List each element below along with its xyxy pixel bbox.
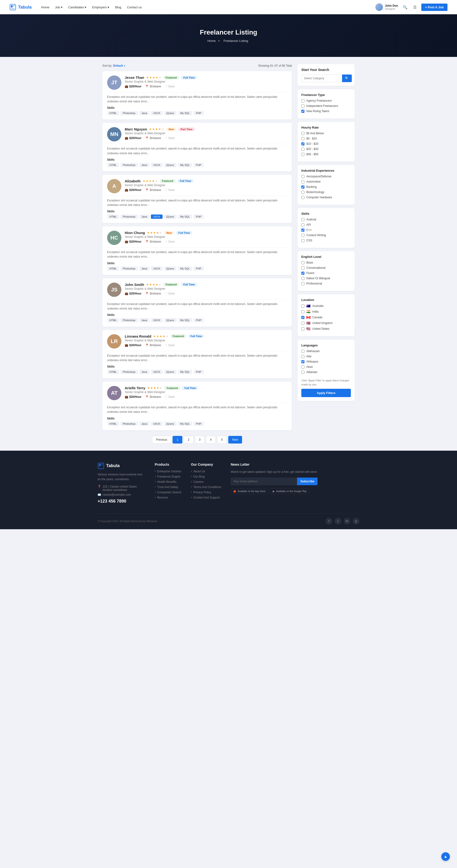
skill-tag: HTML xyxy=(107,111,119,115)
next-button[interactable]: Next xyxy=(228,436,242,443)
search-icon-btn[interactable]: 🔍 xyxy=(402,4,409,10)
exp-biotech-checkbox[interactable] xyxy=(301,191,304,194)
lang-akan-checkbox[interactable] xyxy=(301,366,304,369)
product-resume: Resume xyxy=(155,496,182,499)
nav-blog[interactable]: Blog xyxy=(115,5,121,9)
english-conv-checkbox[interactable] xyxy=(301,267,304,270)
location-icon: 📍 xyxy=(145,188,149,192)
lang-afar-checkbox[interactable] xyxy=(301,355,304,358)
nav-candidates[interactable]: Candidates xyxy=(68,5,84,9)
play-store-badge[interactable]: ▶ Available on the Google Play xyxy=(270,489,309,494)
search-input[interactable] xyxy=(301,74,342,82)
save-button[interactable]: ♡ Save xyxy=(165,188,175,192)
skill-css-checkbox[interactable] xyxy=(301,239,304,242)
rate-20-30-checkbox[interactable] xyxy=(301,148,304,151)
page-1-button[interactable]: 1 xyxy=(172,436,182,443)
skill-tag: jQuery xyxy=(164,422,176,426)
filter-independent-checkbox[interactable] xyxy=(301,104,304,107)
save-button[interactable]: ♡ Save xyxy=(165,344,175,347)
skill-api-checkbox[interactable] xyxy=(301,223,304,226)
star-2: ★ xyxy=(150,386,153,390)
star-2: ★ xyxy=(149,76,152,79)
filter-agency-checkbox[interactable] xyxy=(301,99,304,102)
social-twitter[interactable]: t xyxy=(335,518,341,524)
apply-note: Click 'Apply Filter' to apply latest cha… xyxy=(301,378,351,386)
rate-icon: 💼 xyxy=(125,85,128,88)
skills-list: HTMLPhotoshopJavaUI/UXjQueryMy SQLPHP xyxy=(107,267,287,271)
app-store-badge[interactable]: 🍎 Available on the App Store xyxy=(231,489,268,494)
menu-icon-btn[interactable]: ☰ xyxy=(412,4,418,10)
loc-australia-checkbox[interactable] xyxy=(301,305,304,308)
nav-job[interactable]: Job xyxy=(55,5,60,9)
badge-featured: Featured xyxy=(160,179,175,183)
nav-contact[interactable]: Contact us xyxy=(127,5,142,9)
star-5: ★ xyxy=(166,335,168,338)
freelancer-card: LR Linnaea Ronald ★★★★★ Featured Full Ti… xyxy=(102,330,292,378)
subscribe-button[interactable]: Subscribe xyxy=(297,477,318,485)
english-basic-checkbox[interactable] xyxy=(301,261,304,264)
page-2-button[interactable]: 2 xyxy=(184,436,194,443)
page-3-button[interactable]: 3 xyxy=(195,436,205,443)
english-prof-checkbox[interactable] xyxy=(301,282,304,285)
lang-albanian-checkbox[interactable] xyxy=(301,371,304,374)
rate-40-50-checkbox[interactable] xyxy=(301,153,304,156)
skill-tag: UI/UX xyxy=(151,267,163,271)
rate-5-below-checkbox[interactable] xyxy=(301,132,304,135)
save-button[interactable]: ♡ Save xyxy=(165,136,175,140)
english-fluent-checkbox[interactable] xyxy=(301,272,304,275)
lang-abkhazian-checkbox[interactable] xyxy=(301,350,304,353)
loc-us-checkbox[interactable] xyxy=(301,327,304,331)
exp-banking-checkbox[interactable] xyxy=(301,185,304,189)
social-facebook[interactable]: f xyxy=(326,518,332,524)
social-instagram[interactable]: in xyxy=(344,518,350,524)
stars-row: ★★★★★ xyxy=(147,386,162,390)
rate-value: $20/Hour xyxy=(129,292,141,295)
page-5-button[interactable]: 5 xyxy=(217,436,227,443)
exp-aerospace-checkbox[interactable] xyxy=(301,175,304,178)
loc-uk-checkbox[interactable] xyxy=(301,322,304,325)
rate-icon: 💼 xyxy=(125,240,128,243)
employment-badge: Full Time xyxy=(176,231,192,235)
save-button[interactable]: ♡ Save xyxy=(165,85,175,88)
social-pinterest[interactable]: p xyxy=(353,518,359,524)
card-meta: 💼 $20/Hour 📍 Brisbane ♡ Save xyxy=(125,136,287,140)
apply-filters-button[interactable]: Apply Filters xyxy=(301,389,351,397)
exp-automotive-checkbox[interactable] xyxy=(301,180,304,183)
rate-5-10-checkbox[interactable] xyxy=(301,137,304,140)
skill-content-checkbox[interactable] xyxy=(301,234,304,237)
post-job-button[interactable]: + Post A Job xyxy=(421,4,448,11)
skill-tag: jQuery xyxy=(164,215,176,219)
badge-featured: Featured xyxy=(170,334,186,338)
loc-canada-checkbox[interactable] xyxy=(301,316,304,319)
footer-products-title: Products xyxy=(155,463,182,466)
english-conv-label: Conversational xyxy=(306,266,325,270)
page-4-button[interactable]: 4 xyxy=(206,436,216,443)
card-info: Linnaea Ronald ★★★★★ Featured Full Time … xyxy=(125,334,287,347)
save-button[interactable]: ♡ Save xyxy=(165,395,175,399)
logo[interactable]: Tabula xyxy=(9,4,32,10)
save-button[interactable]: ♡ Save xyxy=(165,292,175,295)
lang-afrikaans-checkbox[interactable] xyxy=(301,360,304,363)
save-button[interactable]: ♡ Save xyxy=(165,240,175,243)
nav-home[interactable]: Home xyxy=(41,5,50,9)
skill-android-checkbox[interactable] xyxy=(301,218,304,221)
rate-40-50-label: $40 - $50 xyxy=(306,153,319,156)
english-level-title: English Level xyxy=(301,255,351,258)
filter-rising-checkbox[interactable] xyxy=(301,110,304,113)
exp-computer-checkbox[interactable] xyxy=(301,196,304,199)
breadcrumb-home[interactable]: Home xyxy=(207,39,216,42)
newsletter-email-input[interactable] xyxy=(231,477,297,485)
freelancer-avatar: JS xyxy=(107,283,121,297)
rate-10-20-checkbox[interactable] xyxy=(301,143,304,146)
skill-tag: HTML xyxy=(107,422,119,426)
product-health: Health Benefits xyxy=(155,480,182,484)
heart-icon: ♡ xyxy=(165,188,168,192)
search-button[interactable]: 🔍 xyxy=(342,74,352,82)
skill-cpp-checkbox[interactable] xyxy=(301,228,304,231)
skill-tag: My SQL xyxy=(178,215,192,219)
loc-india-checkbox[interactable] xyxy=(301,310,304,313)
nav-employers[interactable]: Employers xyxy=(92,5,107,9)
prev-button[interactable]: Previous xyxy=(152,436,171,443)
english-native-checkbox[interactable] xyxy=(301,277,304,280)
sort-value[interactable]: Default xyxy=(113,64,123,67)
